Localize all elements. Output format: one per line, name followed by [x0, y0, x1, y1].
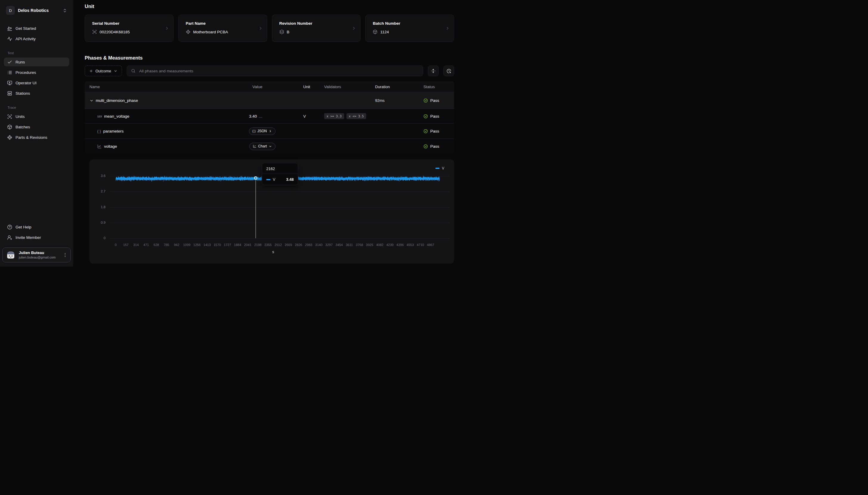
x-tick-label: 1256: [193, 243, 200, 246]
table-row-phase[interactable]: multi_dimension_phase 92ms Pass: [85, 92, 454, 109]
json-expand-button[interactable]: { } JSON: [249, 127, 276, 135]
sidebar-item-label: Invite Member: [16, 235, 41, 240]
card-label: Part Name: [186, 21, 261, 25]
main-content: Unit Serial Number 00220D4K68185 Part Na…: [73, 0, 468, 267]
sidebar-item-procedures[interactable]: Procedures: [4, 68, 69, 77]
voltage-chart[interactable]: V 2162 V 3.48 s 00.91.82.73.6 0157314471…: [89, 159, 454, 263]
col-value: Value: [206, 85, 276, 89]
outcome-filter-label: Outcome: [95, 69, 111, 73]
x-tick-label: 4396: [397, 243, 404, 246]
section-title: Phases & Measurements: [85, 55, 454, 61]
circle-check-icon: [423, 129, 428, 133]
user-name: Julien Buteau: [19, 251, 56, 255]
table-row-parameters[interactable]: { } parameters { } JSON Pass: [85, 123, 454, 138]
chart-hover-dot: [254, 176, 257, 180]
chart-line-icon: [97, 144, 102, 149]
org-switcher[interactable]: D Delos Robotics: [4, 6, 69, 15]
table-row-mean-voltage[interactable]: 123 mean_voltage 3.40 … V x >= 3.3 x <= …: [85, 109, 454, 123]
x-tick-label: 2669: [285, 243, 292, 246]
circle-check-icon: [423, 144, 428, 149]
status-label: Pass: [430, 114, 439, 119]
sidebar-item-label: Get Started: [16, 26, 36, 31]
batch-number-card[interactable]: Batch Number 1124: [365, 15, 454, 42]
sidebar-item-parts-revisions[interactable]: Parts & Revisions: [4, 133, 69, 142]
sidebar-item-runs[interactable]: Runs: [4, 57, 69, 66]
unit-cards: Serial Number 00220D4K68185 Part Name Mo…: [85, 15, 454, 42]
sidebar-item-label: Runs: [16, 60, 25, 64]
table-row-voltage[interactable]: voltage Chart Pass: [85, 138, 454, 154]
measurement-name: mean_voltage: [104, 114, 129, 119]
x-tick-label: 3140: [315, 243, 322, 246]
table-header: Name Value Unit Validators Duration Stat…: [85, 81, 454, 92]
user-info: Julien Buteau julien.buteau@gmail.com: [19, 251, 56, 260]
x-tick-label: 2512: [275, 243, 282, 246]
x-tick-label: 3768: [356, 243, 363, 246]
x-tick-label: 3925: [366, 243, 373, 246]
x-tick-label: 157: [123, 243, 129, 246]
x-tick-label: 4867: [427, 243, 434, 246]
chevron-right-icon: [165, 26, 169, 31]
value-ellipsis: …: [259, 114, 263, 119]
sidebar-item-invite-member[interactable]: Invite Member: [4, 233, 69, 242]
scan-icon: [7, 114, 12, 119]
history-button[interactable]: [443, 66, 454, 76]
numeric-123-icon: 123: [97, 115, 102, 118]
sidebar-item-get-help[interactable]: Get Help: [4, 222, 69, 232]
x-tick-label: 3297: [325, 243, 332, 246]
chevron-down-icon: [269, 145, 272, 148]
x-tick-label: 1570: [213, 243, 220, 246]
status-badge: Pass: [419, 144, 454, 149]
app: D Delos Robotics Get Started API Activit…: [0, 0, 468, 267]
collapse-all-button[interactable]: [428, 66, 439, 76]
x-tick-label: 628: [153, 243, 159, 246]
sidebar-item-stations[interactable]: Stations: [4, 89, 69, 98]
revision-number-card[interactable]: Revision Number B: [272, 15, 361, 42]
y-tick-label: 0: [89, 236, 105, 240]
chart-line-icon: [253, 144, 257, 148]
chart-toggle-button[interactable]: Chart: [249, 143, 276, 150]
chevrons-up-down-icon: [63, 8, 67, 13]
status-label: Pass: [430, 129, 439, 133]
serial-number-card[interactable]: Serial Number 00220D4K68185: [85, 15, 174, 42]
part-name-card[interactable]: Part Name Motherboard PCBA: [178, 15, 267, 42]
x-tick-label: 2198: [255, 243, 262, 246]
col-status: Status: [419, 85, 454, 89]
x-tick-label: 1884: [234, 243, 241, 246]
col-validators: Validators: [320, 85, 371, 89]
chevron-down-icon[interactable]: [89, 99, 94, 103]
user-menu[interactable]: Julien Buteau julien.buteau@gmail.com ⋮: [2, 248, 71, 262]
sidebar-item-operator-ui[interactable]: Operator UI: [4, 78, 69, 87]
server-icon: [7, 91, 12, 96]
tooltip-series-dash: [266, 179, 271, 180]
outcome-filter-button[interactable]: Outcome: [85, 66, 122, 76]
card-value-text: B: [287, 30, 290, 34]
chevron-right-icon: [258, 26, 263, 31]
pill-label: Chart: [258, 144, 267, 148]
x-axis-unit-label: s: [272, 250, 274, 254]
ellipsis-vertical-icon[interactable]: ⋮: [63, 252, 67, 258]
user-plus-icon: [7, 235, 12, 240]
nav-section-trace: Trace: [7, 106, 66, 109]
circle-check-icon: [423, 114, 428, 119]
validators: x >= 3.3 x <= 3.5: [320, 113, 371, 119]
validator-chip: x >= 3.3: [324, 113, 344, 119]
sidebar-item-units[interactable]: Units: [4, 112, 69, 121]
x-tick-label: 942: [174, 243, 179, 246]
chart-legend[interactable]: V: [435, 166, 444, 170]
y-gridline: [110, 238, 449, 239]
sidebar-item-api-activity[interactable]: API Activity: [4, 34, 69, 43]
sidebar-item-get-started[interactable]: Get Started: [4, 24, 69, 33]
sidebar-item-batches[interactable]: Batches: [4, 122, 69, 131]
y-gridline: [110, 191, 449, 192]
chevron-right-icon: [269, 130, 272, 133]
search-input[interactable]: [138, 68, 419, 73]
chevron-right-icon: [351, 26, 356, 31]
x-tick-label: 314: [133, 243, 138, 246]
tooltip-x-value: 2162: [262, 163, 298, 174]
package-icon: [373, 30, 377, 34]
sidebar-item-label: Stations: [16, 91, 30, 96]
x-tick-label: 2983: [305, 243, 312, 246]
component-icon: [7, 135, 12, 140]
x-tick-label: 2041: [244, 243, 251, 246]
sidebar-item-label: API Activity: [16, 37, 36, 41]
